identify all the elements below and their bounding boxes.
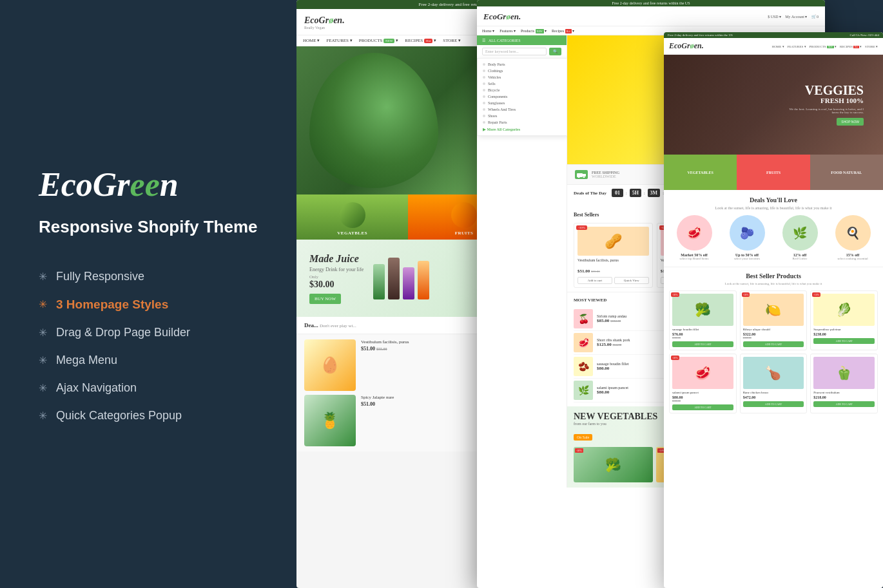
mock2-mv-old-2: $64.00 <box>613 343 622 346</box>
mock2-mv-price-1: $85.00 $102.00 <box>597 318 626 323</box>
bullet-icon-4: ✳ <box>39 383 47 394</box>
mock3-deal-circle-3: 🍳 <box>835 215 871 251</box>
mock1-cat-veggies: VEGATBLES <box>296 194 408 240</box>
mock2-ship-1: FREE SHIPPINGWORLDWIDE <box>575 170 619 179</box>
mock2-search-btn[interactable]: 🔍 <box>549 48 561 55</box>
mock2-currency[interactable]: $ USD ▾ <box>768 14 781 19</box>
mock3-prod-name-5: Rane chicken breao <box>743 391 804 394</box>
mock3-features-nav[interactable]: FEATURES ▾ <box>788 44 806 48</box>
mock3-hero-desc: We the best. Learning is cool, but knowi… <box>786 108 864 114</box>
mock3-store-nav[interactable]: STORE ▾ <box>865 44 878 48</box>
mock3-add-cart-1[interactable]: ADD TO CART <box>672 341 733 347</box>
mock2-drop-4[interactable]: Sells <box>478 81 567 87</box>
mock1-nav-home[interactable]: HOME ▾ <box>303 38 320 43</box>
mock1-nav-store[interactable]: STORE ▾ <box>443 38 461 43</box>
feature-item-1: ✳ 3 Homepage Styles <box>39 298 264 312</box>
mock3-bs-title: Best Seller Products <box>669 272 878 280</box>
mock3-products-nav[interactable]: PRODUCTS NEW ▾ <box>810 44 837 48</box>
bullet-icon-1: ✳ <box>39 299 47 310</box>
bottle-4 <box>418 261 429 299</box>
feature-label-2: Drag & Drop Page Builder <box>56 326 190 339</box>
bottle-3 <box>403 267 414 299</box>
mock2-quick-view-1[interactable]: Quick View <box>614 277 649 284</box>
mock1-prod-img-2: 🍍 <box>304 395 356 446</box>
mock2-logo: EcoGrøen. <box>483 12 521 21</box>
mock2-drop-more[interactable]: ▶ More All Categories <box>478 126 567 133</box>
mock3-header-actions: HOME ▾ FEATURES ▾ PRODUCTS NEW ▾ RECIPES… <box>772 44 878 48</box>
mock3-badge-4: -10% <box>671 356 679 360</box>
mock2-drop-2[interactable]: Clothings <box>478 68 567 74</box>
mock3-deals-sub: Look at the sunset, life is amazing, lif… <box>669 206 878 210</box>
mock3-bs-sub: Look at the sunset, life is amazing, lif… <box>669 282 878 285</box>
mock3-prod-price-5: $472.00 <box>743 395 804 399</box>
mock2-nav-products[interactable]: Products NEW ▾ <box>521 28 547 33</box>
mock1-nav-features[interactable]: FEATURES ▾ <box>326 38 352 43</box>
mock2-categories-bar[interactable]: ☰ ALL CATEGORIES <box>477 35 567 45</box>
mock3-hero-content: VEGGIES FRESH 100% We the best. Learning… <box>786 84 870 126</box>
mock3-product-2: -10% 🍋 Ribeye alique should $322.00 $388… <box>740 290 808 350</box>
mock3-cat-veg[interactable]: VEGETABLES <box>664 155 737 190</box>
mock3-add-cart-5[interactable]: ADD TO CART <box>743 401 804 407</box>
mock3-product-1: -10% 🥦 sausage boudin fillet $76.00 $100… <box>669 290 737 350</box>
mock2-mv-img-1: 🍒 <box>574 309 593 328</box>
mock2-prod-actions-1: Add to cart Quick View <box>577 277 649 284</box>
mock2-product-1: -10% 🥜 Vestibulum facilisis, purus $51.0… <box>574 223 653 288</box>
brand-name: EcoGreen <box>39 166 264 204</box>
mock1-nav-products[interactable]: PRODUCTS NEW ▾ <box>359 38 398 43</box>
mock2-prod-prices-1: $51.00 $55.00 <box>577 263 649 275</box>
mock3-header: EcoGrøen. HOME ▾ FEATURES ▾ PRODUCTS NEW… <box>664 38 883 55</box>
bullet-icon-2: ✳ <box>39 328 47 338</box>
mock3-home-nav[interactable]: HOME ▾ <box>772 44 784 48</box>
mock2-drop-1[interactable]: Body Parts <box>478 61 567 68</box>
mock3-add-cart-4[interactable]: ADD TO CART <box>672 404 733 410</box>
mock2-drop-7[interactable]: Sunglasses <box>478 100 567 106</box>
mock2-drop-10[interactable]: Repair Parts <box>478 119 567 126</box>
mock3-prod-img-1: 🥦 <box>672 294 733 326</box>
mock3-deal-3: 🍳 15% off select cooking essential <box>828 215 878 260</box>
mock3-recipes-nav[interactable]: RECIPES Hot ▾ <box>840 44 862 48</box>
mock3-best-sellers: Best Seller Products Look at the sunset,… <box>664 267 883 419</box>
mock3-product-5: 🍗 Rane chicken breao $472.00 ADD TO CART <box>740 354 808 413</box>
bullet-icon-3: ✳ <box>39 356 47 366</box>
mock2-drop-5[interactable]: Bicycle <box>478 87 567 93</box>
mock3-cat-fruit[interactable]: FRUITS <box>737 155 810 190</box>
mock1-juice-text: Made Juice Energy Drink for your life On… <box>309 253 364 304</box>
mock2-drop-6[interactable]: Components <box>478 93 567 100</box>
mock2-account[interactable]: My Account ▾ <box>785 14 807 19</box>
mock3-prod-name-2: Ribeye alique should <box>743 328 804 331</box>
mock2-nav-home[interactable]: Home ▾ <box>482 28 494 33</box>
brand-green-letter: ee <box>130 166 160 203</box>
mock2-prod-img-1: 🥜 <box>577 227 649 256</box>
mock2-drop-9[interactable]: Shoes <box>478 113 567 119</box>
mock3-logo: EcoGrøen. <box>669 41 704 51</box>
mockup-far-right: Free 2-day delivery and free returns wit… <box>664 32 883 588</box>
mockups-container: Free 2-day delivery and free returns wit… <box>296 0 883 588</box>
mock2-cart[interactable]: 🛒 0 <box>811 14 819 19</box>
mock3-add-cart-2[interactable]: ADD TO CART <box>743 341 804 347</box>
mock2-drop-8[interactable]: Wheels And Tires <box>478 106 567 113</box>
mock2-search-input[interactable]: Enter keyword here... <box>482 48 547 55</box>
mock3-prod-img-2: 🍋 <box>743 294 804 326</box>
bottle-2 <box>388 258 400 299</box>
mock3-shop-now-btn[interactable]: SHOP NOW <box>837 118 864 126</box>
mock2-logo-block: EcoGrøen. <box>483 10 521 22</box>
mock3-cat-food[interactable]: FOOD NATURAL <box>810 155 883 190</box>
mock2-nav-features[interactable]: Features ▾ <box>500 28 516 33</box>
mock3-add-cart-3[interactable]: ADD TO CART <box>813 338 875 344</box>
feature-item-3: ✳ Mega Menu <box>39 354 264 367</box>
bullet-icon-0: ✳ <box>39 272 47 282</box>
mock2-drop-3[interactable]: Vehicles <box>478 74 567 81</box>
mock2-prod-price-1: $51.00 <box>577 269 591 274</box>
mock2-prod-name-1: Vestibulum facilisis, purus <box>577 258 649 262</box>
mock2-mv-title: MOST VIEWED <box>574 298 606 303</box>
mock3-prod-img-3: 🥬 <box>813 294 875 326</box>
mock1-nav-recipes[interactable]: RECIPES Hot ▾ <box>405 38 436 43</box>
mock3-add-cart-6[interactable]: ADD TO CART <box>813 401 875 407</box>
mock3-prod-name-4: salami ipsum pancet <box>672 391 733 394</box>
mock2-nav-recipes[interactable]: Recipes Hot ▾ <box>552 28 574 33</box>
mock2-add-cart-1[interactable]: Add to cart <box>577 277 612 284</box>
features-list: ✳ Fully Responsive ✳ 3 Homepage Styles ✳… <box>39 270 264 422</box>
mock3-deals-row: 🥩 Market 50% off select top Brand Items … <box>669 215 878 260</box>
mock1-juice-btn[interactable]: BUY NOW <box>309 294 341 304</box>
feature-label-0: Fully Responsive <box>56 270 144 283</box>
